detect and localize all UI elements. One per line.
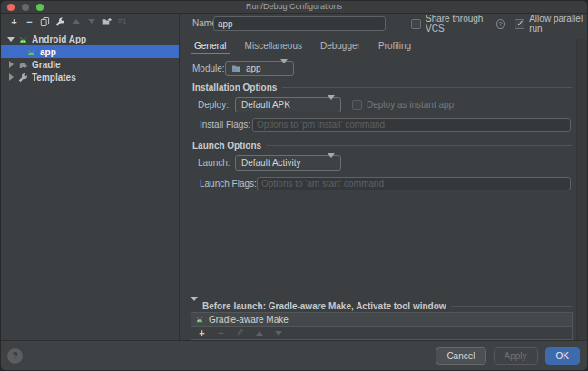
- gradle-make-icon: [195, 315, 204, 324]
- section-title: Launch Options: [192, 141, 261, 151]
- section-rule: [451, 306, 572, 307]
- tree-item-app[interactable]: app: [1, 45, 179, 58]
- share-vcs-checkbox[interactable]: [411, 19, 421, 29]
- vcs-help-icon[interactable]: ?: [496, 19, 505, 29]
- configurations-tree: Android App app Gradle: [1, 33, 179, 83]
- launch-value: Default Activity: [241, 158, 301, 168]
- tab-debugger[interactable]: Debugger: [319, 39, 361, 54]
- tab-general[interactable]: General: [193, 39, 228, 54]
- instant-app-label: Deploy as instant app: [367, 100, 454, 110]
- launch-label: Launch:: [198, 155, 230, 171]
- cancel-button[interactable]: Cancel: [436, 347, 485, 365]
- before-launch-header[interactable]: Before launch: Gradle-aware Make, Activa…: [191, 301, 572, 311]
- module-label: Module:: [192, 61, 225, 76]
- tree-item-label: Gradle: [32, 60, 61, 70]
- module-value: app: [246, 63, 261, 73]
- install-flags-label: Install Flags:: [200, 118, 250, 132]
- tab-profiling[interactable]: Profiling: [377, 39, 412, 54]
- window-controls: [7, 4, 44, 11]
- sidebar-toolbar: [1, 14, 179, 29]
- android-icon: [18, 34, 28, 44]
- titlebar: Run/Debug Configurations: [1, 1, 587, 14]
- move-down-icon: [86, 16, 96, 27]
- deploy-label: Deploy:: [198, 97, 229, 112]
- remove-icon[interactable]: [24, 16, 34, 27]
- scroll-gutter: [576, 39, 587, 340]
- chevron-down-icon[interactable]: [7, 37, 15, 42]
- configuration-editor: Name: Share through VCS ? Allow parallel…: [180, 14, 587, 340]
- before-launch-list: Gradle-aware Make: [191, 312, 573, 340]
- remove-icon: [216, 327, 226, 338]
- add-icon[interactable]: [9, 16, 19, 27]
- move-up-icon: [71, 16, 81, 27]
- edit-pencil-icon: [235, 327, 245, 338]
- help-button[interactable]: ?: [7, 348, 23, 364]
- deploy-value: Default APK: [241, 100, 290, 110]
- tree-item-android-app[interactable]: Android App: [1, 33, 179, 45]
- allow-parallel-checkbox[interactable]: [514, 19, 524, 29]
- zoom-window-button[interactable]: [36, 4, 44, 11]
- launch-options-header: Launch Options: [192, 141, 572, 151]
- installation-options-header: Installation Options: [192, 83, 572, 93]
- new-folder-icon[interactable]: [102, 16, 112, 27]
- tree-item-label: app: [40, 47, 56, 57]
- before-launch-toolbar: [191, 327, 572, 339]
- tree-item-label: Android App: [32, 34, 86, 44]
- gradle-icon: [18, 60, 28, 70]
- wrench-icon: [18, 73, 28, 83]
- before-launch-title: Before launch: Gradle-aware Make, Activa…: [202, 301, 446, 311]
- add-icon[interactable]: [197, 327, 207, 338]
- chevron-down-icon: [280, 63, 288, 73]
- chevron-right-icon[interactable]: [7, 61, 15, 68]
- chevron-right-icon[interactable]: [7, 73, 15, 81]
- minimize-window-button: [22, 4, 29, 11]
- android-icon: [26, 47, 36, 57]
- launch-flags-input[interactable]: [257, 177, 571, 190]
- instant-app-checkbox[interactable]: [352, 100, 362, 110]
- tab-miscellaneous[interactable]: Miscellaneous: [244, 39, 303, 54]
- move-up-icon: [254, 327, 264, 338]
- chevron-down-icon: [328, 100, 335, 110]
- list-item-label: Gradle-aware Make: [209, 315, 289, 325]
- close-window-button[interactable]: [7, 4, 15, 11]
- module-dropdown[interactable]: app: [225, 61, 294, 76]
- ok-button[interactable]: OK: [545, 347, 580, 365]
- tree-item-gradle[interactable]: Gradle: [1, 58, 179, 71]
- apply-button[interactable]: Apply: [494, 347, 538, 365]
- section-rule: [282, 87, 572, 88]
- edit-wrench-icon[interactable]: [55, 16, 65, 27]
- section-rule: [267, 145, 572, 146]
- config-tabs: General Miscellaneous Debugger Profiling: [191, 39, 577, 54]
- window-title: Run/Debug Configurations: [1, 1, 587, 13]
- chevron-down-icon: [328, 158, 335, 168]
- name-input[interactable]: [213, 16, 386, 31]
- tree-item-templates[interactable]: Templates: [1, 71, 179, 83]
- launch-dropdown[interactable]: Default Activity: [235, 155, 341, 171]
- share-vcs-label: Share through VCS: [426, 14, 492, 34]
- section-title: Installation Options: [192, 83, 277, 93]
- dialog-footer: ? Cancel Apply OK: [1, 340, 587, 370]
- list-item-gradle-aware-make[interactable]: Gradle-aware Make: [191, 313, 572, 327]
- configurations-sidebar: Android App app Gradle: [1, 14, 180, 340]
- run-debug-configurations-dialog: Run/Debug Configurations: [0, 0, 588, 371]
- instant-app-option: Deploy as instant app: [352, 97, 454, 112]
- allow-parallel-label: Allow parallel run: [529, 14, 587, 34]
- install-flags-input[interactable]: [252, 118, 571, 132]
- copy-icon[interactable]: [40, 16, 50, 27]
- chevron-down-icon[interactable]: [191, 301, 198, 311]
- move-down-icon: [273, 327, 283, 338]
- tree-item-label: Templates: [32, 73, 76, 83]
- launch-flags-label: Launch Flags:: [200, 177, 257, 191]
- deploy-dropdown[interactable]: Default APK: [235, 97, 341, 112]
- module-folder-icon: [231, 63, 241, 73]
- sort-icon: [117, 16, 127, 27]
